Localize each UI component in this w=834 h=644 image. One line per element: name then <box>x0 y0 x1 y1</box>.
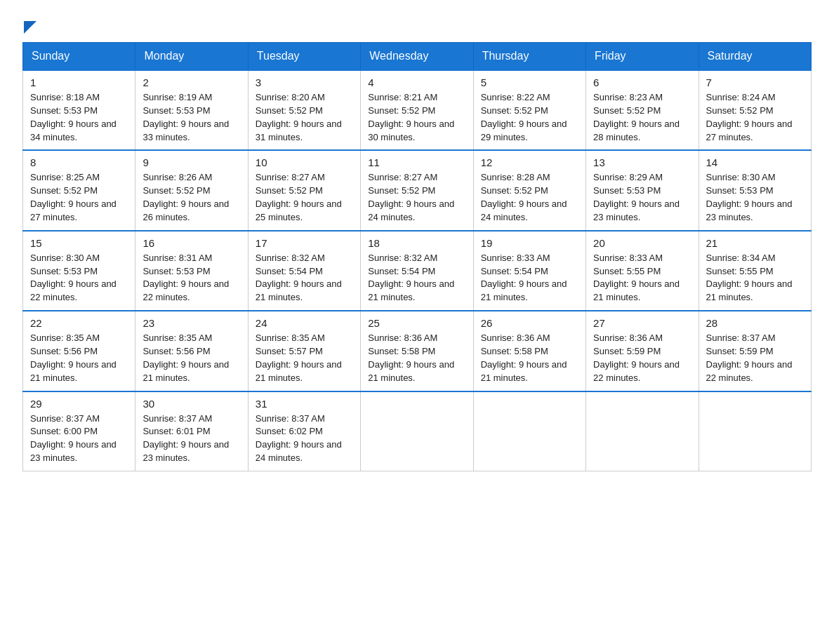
calendar-cell: 6 Sunrise: 8:23 AMSunset: 5:52 PMDayligh… <box>586 70 699 150</box>
day-number: 15 <box>30 237 128 249</box>
calendar-cell: 16 Sunrise: 8:31 AMSunset: 5:53 PMDaylig… <box>135 231 248 311</box>
calendar-cell: 20 Sunrise: 8:33 AMSunset: 5:55 PMDaylig… <box>586 231 699 311</box>
calendar-cell: 24 Sunrise: 8:35 AMSunset: 5:57 PMDaylig… <box>248 311 360 391</box>
day-info: Sunrise: 8:30 AMSunset: 5:53 PMDaylight:… <box>706 171 804 224</box>
day-info: Sunrise: 8:35 AMSunset: 5:57 PMDaylight:… <box>256 332 353 384</box>
day-number: 21 <box>706 237 804 249</box>
weekday-header-sunday: Sunday <box>23 43 135 71</box>
day-info: Sunrise: 8:27 AMSunset: 5:52 PMDaylight:… <box>368 171 465 224</box>
calendar-cell: 8 Sunrise: 8:25 AMSunset: 5:52 PMDayligh… <box>23 150 135 230</box>
calendar-cell: 28 Sunrise: 8:37 AMSunset: 5:59 PMDaylig… <box>699 311 811 391</box>
day-number: 12 <box>481 156 578 168</box>
logo-arrow-icon <box>24 21 37 34</box>
day-info: Sunrise: 8:37 AMSunset: 6:01 PMDaylight:… <box>143 412 240 465</box>
calendar-cell: 30 Sunrise: 8:37 AMSunset: 6:01 PMDaylig… <box>135 391 248 471</box>
day-number: 27 <box>593 317 691 329</box>
calendar-cell: 12 Sunrise: 8:28 AMSunset: 5:52 PMDaylig… <box>473 150 585 230</box>
day-number: 2 <box>143 76 240 88</box>
day-info: Sunrise: 8:37 AMSunset: 6:00 PMDaylight:… <box>30 412 128 465</box>
calendar-cell: 22 Sunrise: 8:35 AMSunset: 5:56 PMDaylig… <box>23 311 135 391</box>
day-info: Sunrise: 8:31 AMSunset: 5:53 PMDaylight:… <box>143 252 240 304</box>
day-number: 26 <box>481 317 578 329</box>
day-info: Sunrise: 8:36 AMSunset: 5:58 PMDaylight:… <box>481 332 578 384</box>
day-info: Sunrise: 8:21 AMSunset: 5:52 PMDaylight:… <box>368 91 465 144</box>
day-info: Sunrise: 8:32 AMSunset: 5:54 PMDaylight:… <box>256 252 353 304</box>
day-info: Sunrise: 8:36 AMSunset: 5:58 PMDaylight:… <box>368 332 465 384</box>
calendar-cell <box>361 391 473 471</box>
calendar-cell: 13 Sunrise: 8:29 AMSunset: 5:53 PMDaylig… <box>586 150 699 230</box>
day-number: 18 <box>368 237 465 249</box>
calendar-cell: 15 Sunrise: 8:30 AMSunset: 5:53 PMDaylig… <box>23 231 135 311</box>
calendar-cell: 7 Sunrise: 8:24 AMSunset: 5:52 PMDayligh… <box>699 70 811 150</box>
svg-marker-0 <box>24 21 37 34</box>
day-number: 4 <box>368 76 465 88</box>
calendar-cell: 9 Sunrise: 8:26 AMSunset: 5:52 PMDayligh… <box>135 150 248 230</box>
day-info: Sunrise: 8:37 AMSunset: 5:59 PMDaylight:… <box>706 332 804 384</box>
day-info: Sunrise: 8:33 AMSunset: 5:55 PMDaylight:… <box>593 252 691 304</box>
day-info: Sunrise: 8:18 AMSunset: 5:53 PMDaylight:… <box>30 91 128 144</box>
day-number: 29 <box>30 398 128 410</box>
calendar-cell: 27 Sunrise: 8:36 AMSunset: 5:59 PMDaylig… <box>586 311 699 391</box>
day-info: Sunrise: 8:36 AMSunset: 5:59 PMDaylight:… <box>593 332 691 384</box>
calendar-cell: 19 Sunrise: 8:33 AMSunset: 5:54 PMDaylig… <box>473 231 585 311</box>
calendar-cell: 5 Sunrise: 8:22 AMSunset: 5:52 PMDayligh… <box>473 70 585 150</box>
day-info: Sunrise: 8:26 AMSunset: 5:52 PMDaylight:… <box>143 171 240 224</box>
day-info: Sunrise: 8:30 AMSunset: 5:53 PMDaylight:… <box>30 252 128 304</box>
calendar-cell: 14 Sunrise: 8:30 AMSunset: 5:53 PMDaylig… <box>699 150 811 230</box>
calendar-cell: 2 Sunrise: 8:19 AMSunset: 5:53 PMDayligh… <box>135 70 248 150</box>
day-info: Sunrise: 8:25 AMSunset: 5:52 PMDaylight:… <box>30 171 128 224</box>
day-info: Sunrise: 8:37 AMSunset: 6:02 PMDaylight:… <box>256 412 353 465</box>
day-number: 23 <box>143 317 240 329</box>
calendar-cell <box>699 391 811 471</box>
calendar-table: SundayMondayTuesdayWednesdayThursdayFrid… <box>22 42 812 471</box>
weekday-header-saturday: Saturday <box>699 43 811 71</box>
day-info: Sunrise: 8:35 AMSunset: 5:56 PMDaylight:… <box>30 332 128 384</box>
day-number: 31 <box>256 398 353 410</box>
calendar-cell: 17 Sunrise: 8:32 AMSunset: 5:54 PMDaylig… <box>248 231 360 311</box>
day-number: 10 <box>256 156 353 168</box>
day-number: 22 <box>30 317 128 329</box>
day-info: Sunrise: 8:24 AMSunset: 5:52 PMDaylight:… <box>706 91 804 144</box>
day-number: 11 <box>368 156 465 168</box>
weekday-header-row: SundayMondayTuesdayWednesdayThursdayFrid… <box>23 43 812 71</box>
weekday-header-monday: Monday <box>135 43 248 71</box>
day-number: 19 <box>481 237 578 249</box>
day-number: 3 <box>256 76 353 88</box>
calendar-week-row: 15 Sunrise: 8:30 AMSunset: 5:53 PMDaylig… <box>23 231 812 311</box>
day-number: 7 <box>706 76 804 88</box>
calendar-cell: 31 Sunrise: 8:37 AMSunset: 6:02 PMDaylig… <box>248 391 360 471</box>
calendar-cell: 18 Sunrise: 8:32 AMSunset: 5:54 PMDaylig… <box>361 231 473 311</box>
day-info: Sunrise: 8:23 AMSunset: 5:52 PMDaylight:… <box>593 91 691 144</box>
day-info: Sunrise: 8:28 AMSunset: 5:52 PMDaylight:… <box>481 171 578 224</box>
calendar-cell: 23 Sunrise: 8:35 AMSunset: 5:56 PMDaylig… <box>135 311 248 391</box>
day-number: 28 <box>706 317 804 329</box>
calendar-cell: 10 Sunrise: 8:27 AMSunset: 5:52 PMDaylig… <box>248 150 360 230</box>
calendar-week-row: 8 Sunrise: 8:25 AMSunset: 5:52 PMDayligh… <box>23 150 812 230</box>
calendar-cell: 4 Sunrise: 8:21 AMSunset: 5:52 PMDayligh… <box>361 70 473 150</box>
day-info: Sunrise: 8:33 AMSunset: 5:54 PMDaylight:… <box>481 252 578 304</box>
calendar-week-row: 22 Sunrise: 8:35 AMSunset: 5:56 PMDaylig… <box>23 311 812 391</box>
day-info: Sunrise: 8:34 AMSunset: 5:55 PMDaylight:… <box>706 252 804 304</box>
day-info: Sunrise: 8:20 AMSunset: 5:52 PMDaylight:… <box>256 91 353 144</box>
day-number: 25 <box>368 317 465 329</box>
day-info: Sunrise: 8:35 AMSunset: 5:56 PMDaylight:… <box>143 332 240 384</box>
day-number: 9 <box>143 156 240 168</box>
day-info: Sunrise: 8:32 AMSunset: 5:54 PMDaylight:… <box>368 252 465 304</box>
day-number: 20 <box>593 237 691 249</box>
calendar-cell: 3 Sunrise: 8:20 AMSunset: 5:52 PMDayligh… <box>248 70 360 150</box>
weekday-header-thursday: Thursday <box>473 43 585 71</box>
day-number: 13 <box>593 156 691 168</box>
day-number: 30 <box>143 398 240 410</box>
day-info: Sunrise: 8:27 AMSunset: 5:52 PMDaylight:… <box>256 171 353 224</box>
day-info: Sunrise: 8:19 AMSunset: 5:53 PMDaylight:… <box>143 91 240 144</box>
day-info: Sunrise: 8:29 AMSunset: 5:53 PMDaylight:… <box>593 171 691 224</box>
calendar-week-row: 1 Sunrise: 8:18 AMSunset: 5:53 PMDayligh… <box>23 70 812 150</box>
day-number: 5 <box>481 76 578 88</box>
day-number: 16 <box>143 237 240 249</box>
day-info: Sunrise: 8:22 AMSunset: 5:52 PMDaylight:… <box>481 91 578 144</box>
day-number: 14 <box>706 156 804 168</box>
calendar-cell: 25 Sunrise: 8:36 AMSunset: 5:58 PMDaylig… <box>361 311 473 391</box>
page-header <box>22 17 812 31</box>
weekday-header-wednesday: Wednesday <box>361 43 473 71</box>
day-number: 6 <box>593 76 691 88</box>
